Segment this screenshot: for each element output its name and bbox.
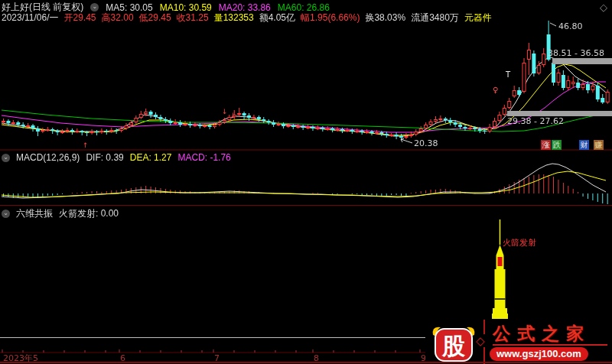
macd-value: MACD: -1.76 (177, 152, 230, 163)
logo-char: 股 (441, 333, 466, 359)
logo-diamond-icon: ◇ (476, 334, 485, 347)
macd-title: MACD(12,26,9) (16, 152, 80, 163)
logo-underline (493, 344, 607, 346)
tag-earn-button[interactable]: 赚 (594, 140, 604, 150)
signal-header: ⌄ 六维共振 火箭发射: 0.00 (2, 207, 119, 220)
change-value: 幅1.95(6.66%) (301, 11, 360, 24)
tag-rise-button[interactable]: 涨 (541, 140, 551, 150)
float-shares-value: 流通3480万 (411, 11, 459, 24)
chart-canvas[interactable] (0, 0, 612, 364)
close-value: 收31.25 (177, 11, 209, 24)
diamond-icon[interactable]: ◇ (600, 2, 607, 13)
high-value: 高32.00 (102, 11, 134, 24)
chevron-down-icon[interactable]: ⌄ (2, 154, 10, 162)
tag-fall-button[interactable]: 跌 (552, 140, 562, 150)
ohlc-bar: 2023/11/06/一 开29.45 高32.00 低29.45 收31.25… (2, 11, 492, 24)
macd-header: ⌄ MACD(12,26,9) DIF: 0.39 DEA: 1.27 MACD… (2, 152, 231, 163)
open-value: 开29.45 (64, 11, 96, 24)
dea-value: DEA: 1.27 (130, 152, 172, 163)
sector-label[interactable]: 元器件 (464, 11, 492, 24)
logo-url[interactable]: www.gszj100.com (490, 347, 588, 361)
trade-date: 2023/11/06/一 (2, 11, 59, 24)
indicator-title: 六维共振 (16, 207, 53, 220)
dif-value: DIF: 0.39 (86, 152, 123, 163)
bottom-border (0, 362, 612, 363)
volume-value: 量132353 (214, 11, 254, 24)
turnover-value: 换38.03% (365, 11, 405, 24)
bull-stock-icon: 股 (428, 323, 479, 362)
rocket-launch-value: 火箭发射: 0.00 (59, 207, 119, 220)
chevron-down-icon[interactable]: ⌄ (90, 3, 99, 11)
logo-brand-name: 公式之家 (493, 322, 591, 346)
gszj-logo: 股 ◇ 公式之家 www.gszj100.com (425, 320, 612, 364)
amount-value: 额4.05亿 (259, 11, 295, 24)
tag-wealth-button[interactable]: 财 (579, 140, 589, 150)
low-value: 低29.45 (139, 11, 171, 24)
chevron-down-icon[interactable]: ⌄ (2, 210, 10, 218)
stock-app-window: 好上好(日线 前复权) ⌄ MA5: 30.05 MA10: 30.59 MA2… (0, 0, 612, 364)
